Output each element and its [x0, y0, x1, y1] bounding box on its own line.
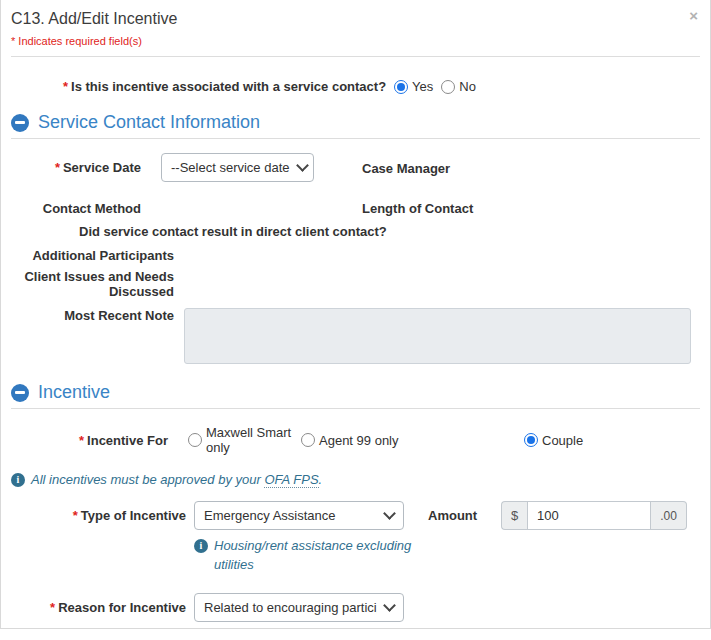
reason-for-incentive-row: *Reason for Incentive Related to encoura…: [11, 593, 700, 622]
type-of-incentive-label: *Type of Incentive: [11, 508, 186, 523]
radio-maxwell-label: Maxwell Smart only: [206, 425, 301, 455]
close-icon[interactable]: ×: [689, 8, 698, 23]
reason-for-incentive-select[interactable]: Related to encouraging participati: [194, 593, 404, 622]
section-divider: [11, 408, 700, 409]
most-recent-note-row: Most Recent Note: [11, 308, 700, 364]
required-marker: *: [63, 79, 68, 94]
radio-couple-label: Couple: [542, 433, 583, 448]
amount-dollar-prefix: $: [501, 501, 527, 530]
service-contact-section-title: Service Contact Information: [38, 112, 260, 133]
type-of-incentive-row: *Type of Incentive Emergency Assistance …: [11, 501, 700, 530]
amount-input[interactable]: [527, 501, 651, 530]
direct-client-contact-row: Did service contact result in direct cli…: [11, 224, 700, 239]
incentive-section-title: Incentive: [38, 382, 110, 403]
service-contact-question-row: *Is this incentive associated with a ser…: [11, 79, 700, 94]
client-issues-row: Client Issues and Needs Discussed: [11, 269, 700, 299]
most-recent-note-field: [184, 308, 691, 364]
approval-note-text: All incentives must be approved by your …: [31, 472, 322, 487]
amount-input-group: $ .00: [501, 501, 687, 530]
service-date-selected-value: --Select service date: [171, 160, 290, 175]
service-contact-question-label: *Is this incentive associated with a ser…: [63, 79, 386, 94]
radio-yes[interactable]: Yes: [394, 79, 433, 94]
service-date-label: *Service Date: [11, 160, 141, 175]
service-date-row: *Service Date --Select service date Case…: [11, 153, 700, 182]
info-icon: i: [194, 539, 208, 553]
additional-participants-row: Additional Participants: [11, 248, 700, 263]
radio-unselected-icon[interactable]: [441, 80, 455, 94]
chevron-down-icon: [383, 599, 396, 612]
incentive-for-row: *Incentive For Maxwell Smart only Agent …: [11, 425, 700, 455]
section-divider: [11, 138, 700, 139]
amount-cents-suffix: .00: [651, 501, 687, 530]
incentive-section-header: Incentive: [11, 382, 700, 403]
radio-selected-icon[interactable]: [394, 80, 408, 94]
radio-no-label: No: [459, 79, 476, 94]
required-fields-note: * Indicates required field(s): [11, 35, 700, 47]
type-of-incentive-hint: i Housing/rent assistance excluding util…: [194, 537, 430, 575]
radio-unselected-icon[interactable]: [188, 433, 202, 447]
dialog-title: C13. Add/Edit Incentive: [11, 0, 700, 28]
reason-selected-value: Related to encouraging participati: [204, 600, 377, 615]
incentive-for-label: *Incentive For: [11, 433, 168, 448]
radio-maxwell-smart-only[interactable]: Maxwell Smart only: [188, 425, 301, 455]
contact-method-row: Contact Method Length of Contact: [11, 201, 700, 216]
additional-participants-label: Additional Participants: [11, 248, 174, 263]
amount-label: Amount: [428, 508, 477, 523]
direct-client-contact-label: Did service contact result in direct cli…: [79, 224, 387, 239]
contact-method-label: Contact Method: [11, 201, 141, 216]
radio-agent-99-only[interactable]: Agent 99 only: [301, 433, 399, 448]
reason-for-incentive-label: *Reason for Incentive: [11, 600, 186, 615]
info-icon: i: [11, 473, 25, 487]
approval-note: i All incentives must be approved by you…: [11, 472, 700, 487]
chevron-down-icon: [383, 507, 396, 520]
radio-no[interactable]: No: [441, 79, 476, 94]
collapse-section-icon[interactable]: [11, 384, 29, 402]
radio-selected-icon[interactable]: [524, 433, 538, 447]
service-date-select[interactable]: --Select service date: [161, 153, 314, 182]
type-hint-text: Housing/rent assistance excluding utilit…: [214, 537, 430, 575]
header-divider: [11, 56, 700, 57]
type-of-incentive-select[interactable]: Emergency Assistance: [194, 501, 404, 530]
required-marker: *: [79, 433, 84, 448]
required-marker: *: [73, 508, 78, 523]
case-manager-label: Case Manager: [362, 161, 450, 176]
most-recent-note-label: Most Recent Note: [11, 308, 174, 323]
required-marker: *: [50, 600, 55, 615]
radio-yes-label: Yes: [412, 79, 433, 94]
radio-agent99-label: Agent 99 only: [319, 433, 399, 448]
chevron-down-icon: [296, 159, 309, 172]
type-of-incentive-selected-value: Emergency Assistance: [204, 508, 336, 523]
client-issues-label: Client Issues and Needs Discussed: [11, 269, 174, 299]
add-edit-incentive-dialog: C13. Add/Edit Incentive × * Indicates re…: [0, 0, 711, 629]
required-marker: *: [55, 160, 60, 175]
radio-unselected-icon[interactable]: [301, 433, 315, 447]
collapse-section-icon[interactable]: [11, 114, 29, 132]
radio-couple[interactable]: Couple: [524, 433, 583, 448]
length-of-contact-label: Length of Contact: [362, 201, 473, 216]
service-contact-section-header: Service Contact Information: [11, 112, 700, 133]
ofa-fps-link[interactable]: OFA FPS: [264, 472, 318, 488]
